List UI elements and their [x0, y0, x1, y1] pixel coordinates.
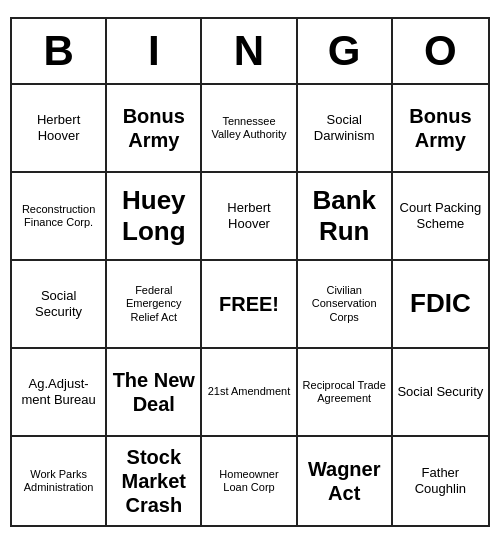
- bingo-header: B I N G O: [12, 19, 488, 85]
- bingo-cell-23[interactable]: Wagner Act: [298, 437, 393, 525]
- bingo-cell-10[interactable]: Social Security: [12, 261, 107, 349]
- bingo-cell-24[interactable]: Father Coughlin: [393, 437, 488, 525]
- bingo-cell-16[interactable]: The New Deal: [107, 349, 202, 437]
- bingo-cell-12[interactable]: FREE!: [202, 261, 297, 349]
- letter-b: B: [12, 19, 107, 83]
- bingo-cell-11[interactable]: Federal Emergency Relief Act: [107, 261, 202, 349]
- bingo-cell-14[interactable]: FDIC: [393, 261, 488, 349]
- letter-o: O: [393, 19, 488, 83]
- bingo-cell-6[interactable]: Huey Long: [107, 173, 202, 261]
- bingo-cell-8[interactable]: Bank Run: [298, 173, 393, 261]
- letter-g: G: [298, 19, 393, 83]
- bingo-cell-9[interactable]: Court Packing Scheme: [393, 173, 488, 261]
- letter-i: I: [107, 19, 202, 83]
- bingo-card: B I N G O Herbert HooverBonus ArmyTennes…: [10, 17, 490, 527]
- letter-n: N: [202, 19, 297, 83]
- bingo-cell-4[interactable]: Bonus Army: [393, 85, 488, 173]
- bingo-cell-5[interactable]: Reconstruction Finance Corp.: [12, 173, 107, 261]
- bingo-cell-3[interactable]: Social Darwinism: [298, 85, 393, 173]
- bingo-cell-21[interactable]: Stock Market Crash: [107, 437, 202, 525]
- bingo-cell-19[interactable]: Social Security: [393, 349, 488, 437]
- bingo-cell-1[interactable]: Bonus Army: [107, 85, 202, 173]
- bingo-cell-13[interactable]: Civilian Conservation Corps: [298, 261, 393, 349]
- bingo-cell-20[interactable]: Work Parks Administration: [12, 437, 107, 525]
- bingo-cell-22[interactable]: Homeowner Loan Corp: [202, 437, 297, 525]
- bingo-cell-18[interactable]: Reciprocal Trade Agreement: [298, 349, 393, 437]
- bingo-cell-15[interactable]: Ag.Adjust-ment Bureau: [12, 349, 107, 437]
- bingo-grid: Herbert HooverBonus ArmyTennessee Valley…: [12, 85, 488, 525]
- bingo-cell-7[interactable]: Herbert Hoover: [202, 173, 297, 261]
- bingo-cell-2[interactable]: Tennessee Valley Authority: [202, 85, 297, 173]
- bingo-cell-17[interactable]: 21st Amendment: [202, 349, 297, 437]
- bingo-cell-0[interactable]: Herbert Hoover: [12, 85, 107, 173]
